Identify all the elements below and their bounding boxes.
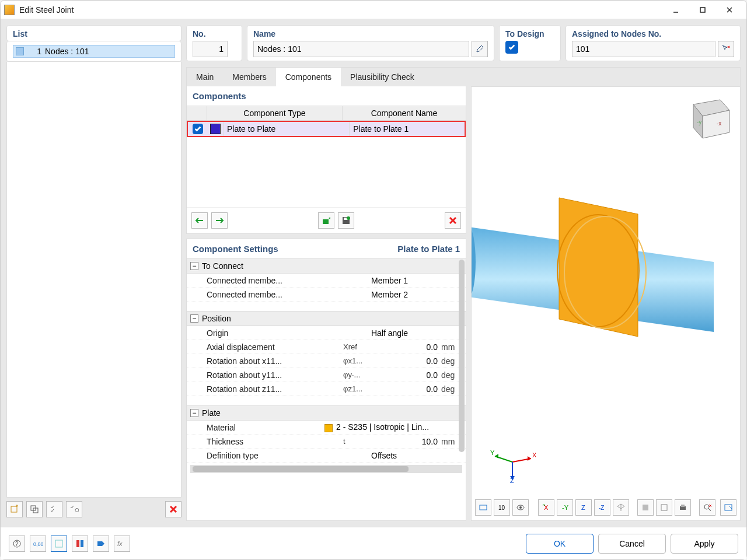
horizontal-scrollbar[interactable]: [190, 465, 462, 473]
pick-node-button[interactable]: [718, 41, 734, 57]
svg-rect-4: [11, 506, 17, 512]
name-field[interactable]: [253, 41, 469, 57]
svg-rect-13: [323, 219, 329, 224]
color-button[interactable]: [72, 536, 88, 552]
svg-text:-x: -x: [717, 120, 721, 127]
vp-measure-button[interactable]: [475, 499, 491, 516]
todesign-checkbox[interactable]: [505, 41, 518, 54]
import-button[interactable]: [318, 212, 334, 229]
tab-plausibility[interactable]: Plausibility Check: [341, 68, 424, 86]
list-item-label: Nodes : 101: [45, 47, 89, 56]
list-item-num: 1: [27, 47, 41, 56]
copy-button[interactable]: [26, 501, 43, 517]
svg-rect-47: [661, 505, 667, 510]
svg-point-41: [519, 506, 522, 509]
tab-main[interactable]: Main: [187, 68, 223, 86]
new-button[interactable]: [6, 501, 23, 517]
svg-text:Z: Z: [510, 477, 514, 483]
tabs: Main Members Components Plausibility Che…: [186, 67, 741, 86]
delete-component-button[interactable]: [445, 212, 461, 229]
apply-button[interactable]: Apply: [671, 534, 738, 554]
col-component-name: Component Name: [342, 106, 466, 120]
vertical-scrollbar[interactable]: [459, 260, 465, 452]
units-button[interactable]: 0,00: [30, 536, 46, 552]
material-swatch-icon: [324, 424, 333, 432]
vp-wire-button[interactable]: [656, 499, 672, 516]
svg-rect-58: [55, 540, 62, 547]
move-up-button[interactable]: [191, 212, 208, 229]
svg-marker-21: [559, 198, 638, 337]
svg-text:?: ?: [15, 541, 19, 547]
assigned-field[interactable]: [572, 41, 715, 57]
app-icon: [4, 5, 15, 15]
axis-gizmo: X Y Z: [489, 450, 536, 483]
svg-text:10: 10: [498, 505, 505, 511]
component-row[interactable]: Plate to Plate Plate to Plate 1: [187, 121, 466, 137]
frame-button[interactable]: [51, 536, 67, 552]
svg-text:Y: Y: [490, 450, 495, 456]
list-heading: List: [13, 29, 175, 41]
footer: ? 0,00 fx OK Cancel Apply: [1, 527, 746, 559]
vp-axis-neg-z-button[interactable]: -Z: [594, 499, 610, 516]
close-button[interactable]: [716, 2, 743, 18]
list-empty-area: [6, 62, 181, 498]
group-plate: Plate: [202, 408, 221, 418]
component-color-swatch: [210, 124, 221, 134]
component-enabled-checkbox[interactable]: [193, 124, 203, 134]
vp-axis-x-button[interactable]: X: [538, 499, 554, 516]
svg-text:Z: Z: [581, 504, 585, 511]
svg-text:0,00: 0,00: [33, 541, 43, 547]
svg-text:X: X: [544, 504, 549, 511]
svg-point-50: [704, 505, 709, 509]
settings-subtitle: Plate to Plate 1: [397, 244, 460, 254]
vp-text-button[interactable]: 10: [494, 499, 510, 516]
checklist-refresh-button[interactable]: [66, 501, 82, 517]
minimize-button[interactable]: [662, 2, 689, 18]
vp-shade-button[interactable]: [637, 499, 654, 516]
delete-button[interactable]: [165, 501, 181, 517]
component-name: Plate to Plate 1: [349, 122, 465, 136]
vp-zoom-out-button[interactable]: [699, 499, 715, 516]
component-type: Plate to Plate: [223, 122, 349, 136]
vp-window-button[interactable]: [720, 499, 736, 516]
svg-rect-1: [700, 8, 705, 12]
svg-text:X: X: [532, 452, 536, 459]
no-field[interactable]: [193, 41, 228, 57]
ok-button[interactable]: OK: [526, 534, 594, 554]
svg-line-51: [708, 509, 711, 511]
maximize-button[interactable]: [689, 2, 716, 18]
help-button[interactable]: ?: [9, 536, 25, 552]
save-button[interactable]: [338, 212, 354, 229]
svg-text:-Z: -Z: [599, 505, 604, 511]
vp-print-button[interactable]: [675, 499, 691, 516]
components-header: Component Type Component Name: [187, 106, 466, 121]
fx-button[interactable]: fx: [114, 536, 130, 552]
list-swatch-icon: [16, 47, 24, 55]
vp-axis-y-button[interactable]: -Y: [557, 499, 573, 516]
svg-text:fx: fx: [117, 540, 123, 547]
tag-button[interactable]: [93, 536, 109, 552]
collapse-toggle[interactable]: −: [190, 262, 198, 270]
checklist-left-button[interactable]: [46, 501, 62, 517]
no-label: No.: [193, 29, 236, 41]
svg-rect-60: [81, 540, 83, 547]
name-label: Name: [253, 29, 488, 41]
col-component-type: Component Type: [207, 106, 342, 120]
view-cube[interactable]: -y -x: [682, 93, 734, 143]
list-item[interactable]: 1 Nodes : 101: [13, 45, 175, 58]
3d-viewport[interactable]: -y -x X Y Z 10: [471, 86, 741, 521]
settings-heading: Component Settings: [193, 244, 278, 254]
edit-name-button[interactable]: [472, 41, 488, 57]
cancel-button[interactable]: Cancel: [598, 534, 666, 554]
todesign-label: To Design: [505, 29, 554, 41]
dialog-window: Edit Steel Joint List 1 Nodes : 101: [0, 0, 747, 560]
tab-components[interactable]: Components: [276, 68, 341, 86]
collapse-toggle[interactable]: −: [190, 314, 198, 323]
vp-axis-z-button[interactable]: Z: [575, 499, 592, 516]
vp-visibility-button[interactable]: [512, 499, 529, 516]
move-down-button[interactable]: [211, 212, 228, 229]
collapse-toggle[interactable]: −: [190, 409, 198, 417]
viewport-toolbar: 10 X -Y Z -Z: [475, 498, 736, 517]
tab-members[interactable]: Members: [223, 68, 275, 86]
vp-iso-button[interactable]: [613, 499, 629, 516]
